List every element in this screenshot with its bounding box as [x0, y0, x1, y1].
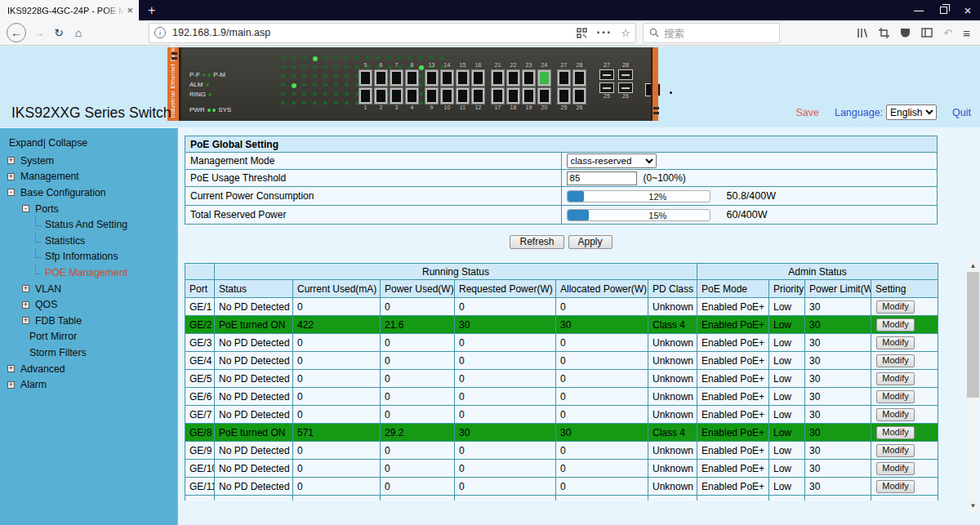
browser-tab[interactable]: IKS9228G-4GC-24P - POE Manag × [0, 0, 139, 20]
content-scrollbar[interactable]: ▲ ▼ [967, 260, 979, 512]
library-icon[interactable] [857, 28, 868, 38]
page-actions-icon[interactable]: ··· [596, 25, 612, 40]
apply-button[interactable]: Apply [568, 235, 612, 249]
sidebar-item-status-and-setting[interactable]: Status And Setting [0, 216, 177, 233]
url-text[interactable]: 192.168.1.9/main.asp [172, 27, 577, 38]
sidebar-item-system[interactable]: +System [0, 153, 177, 169]
close-button[interactable]: × [956, 0, 980, 20]
modify-button-ge-10[interactable]: Modify [876, 462, 915, 475]
modify-button-ge-1[interactable]: Modify [876, 300, 915, 314]
content-area: PoE Global Setting Management Mode class… [179, 128, 980, 525]
modify-button-ge-2[interactable]: Modify [876, 318, 915, 331]
modify-button-ge-11[interactable]: Modify [876, 480, 915, 493]
sidebars-icon[interactable] [921, 28, 933, 38]
collapse-toggle-icon[interactable]: - [22, 205, 29, 212]
expand-collapse-control[interactable]: Expand| Collapse [0, 135, 177, 151]
port-cell: 0 [455, 334, 556, 352]
minimize-button[interactable]: — [906, 0, 931, 20]
reload-button[interactable]: ↻ [49, 26, 69, 39]
browser-titlebar: IKS9228G-4GC-24P - POE Manag × + — × [0, 0, 980, 20]
sidebar-item-sfp-informations[interactable]: Sfp Informations [0, 249, 177, 265]
url-bar[interactable]: i 192.168.1.9/main.asp ··· ☆ [149, 23, 636, 43]
bookmark-star-icon[interactable]: ☆ [621, 27, 630, 39]
scroll-down-icon[interactable]: ▼ [967, 500, 979, 512]
expand-toggle-icon[interactable]: + [7, 365, 15, 372]
modify-button-ge-8[interactable]: Modify [876, 426, 915, 439]
expand-toggle-icon[interactable]: + [22, 285, 29, 292]
port-cell: 0 [293, 460, 381, 478]
sidebar-item-qos[interactable]: +QOS [0, 296, 177, 313]
scroll-up-icon[interactable]: ▲ [967, 260, 979, 272]
expand-toggle-icon[interactable]: + [22, 317, 29, 324]
sidebar-item-label: FDB Table [35, 315, 82, 327]
expand-toggle-icon[interactable]: + [7, 381, 15, 389]
management-mode-select[interactable]: class-reserved [567, 153, 657, 168]
sidebar-item-advanced[interactable]: +Advanced [0, 361, 177, 377]
search-input[interactable]: 搜索 [643, 23, 780, 43]
search-placeholder: 搜索 [664, 25, 684, 41]
port-cell: 422 [293, 316, 381, 334]
modify-button-ge-9[interactable]: Modify [876, 444, 915, 457]
pocket-icon[interactable] [900, 28, 911, 38]
sidebar-item-poe-management[interactable]: POE Management [0, 265, 177, 281]
page-header: Industrial Ethernet Switch P-F P-M ALM R… [0, 47, 980, 127]
port-cell: 0 [455, 370, 556, 388]
column-header-current-used-ma-: Current Used(mA) [293, 280, 381, 298]
save-link[interactable]: Save [795, 107, 819, 118]
port-cell: Enabled PoE+ [697, 388, 769, 406]
led-indicator [281, 92, 285, 96]
port-cell: 30 [455, 316, 556, 334]
expand-toggle-icon[interactable]: + [22, 301, 29, 309]
screenshot-icon[interactable] [879, 28, 889, 38]
restore-button[interactable] [931, 0, 956, 20]
modify-button-ge-5[interactable]: Modify [876, 372, 915, 385]
port-cell: GE/2 [185, 316, 215, 334]
modify-button-ge-4[interactable]: Modify [876, 354, 915, 367]
sidebar-item-base-configuration[interactable]: -Base Configuration [0, 185, 177, 201]
led-indicator [302, 92, 306, 96]
switch-ports: 5678123413141516910111221222324171819202… [359, 62, 672, 112]
new-tab-button[interactable]: + [139, 0, 164, 20]
refresh-button[interactable]: Refresh [510, 235, 564, 249]
home-button[interactable]: ⌂ [69, 26, 88, 39]
modify-button-ge-6[interactable]: Modify [876, 390, 915, 403]
sidebar-item-port-mirror[interactable]: Port Mirror [0, 329, 177, 345]
sidebar-item-storm-filters[interactable]: Storm Filters [0, 345, 177, 361]
sidebar-item-vlan[interactable]: +VLAN [0, 281, 177, 297]
port-cell: 0 [381, 460, 455, 478]
sidebar-item-statistics[interactable]: Statistics [0, 233, 177, 249]
qr-scan-icon[interactable] [577, 28, 587, 38]
port-cell: No PD Detected [215, 460, 293, 478]
sidebar-item-fdb-table[interactable]: +FDB Table [0, 313, 177, 329]
modify-button-ge-7[interactable]: Modify [876, 408, 915, 421]
quit-link[interactable]: Quit [952, 107, 971, 118]
led-indicator [398, 56, 402, 60]
site-info-icon[interactable]: i [154, 27, 166, 38]
forward-button[interactable]: → [29, 26, 49, 39]
sidebar-item-alarm[interactable]: +Alarm [0, 376, 177, 393]
expand-toggle-icon[interactable]: + [7, 157, 15, 164]
led-indicator [313, 92, 317, 96]
port-row-ge-10: GE/10No PD Detected0000UnknownEnabled Po… [185, 460, 938, 478]
sidebar-item-management[interactable]: +Management [0, 169, 177, 185]
menu-icon[interactable]: ≡ [963, 26, 970, 40]
port-cell: 0 [556, 406, 648, 424]
switch-led-labels: P-F P-M ALM RING PWR SYS [189, 70, 231, 115]
expand-toggle-icon[interactable]: + [7, 173, 15, 180]
poe-usage-threshold-input[interactable] [567, 171, 637, 185]
sidebar-item-ports[interactable]: -Ports [0, 201, 177, 217]
collapse-toggle-icon[interactable]: - [7, 189, 15, 196]
modify-button-ge-3[interactable]: Modify [876, 336, 915, 349]
back-button[interactable]: ← [7, 23, 26, 42]
port-row-ge-4: GE/4No PD Detected0000UnknownEnabled PoE… [185, 352, 938, 370]
scrollbar-thumb[interactable] [967, 272, 979, 398]
reset-dot [670, 91, 672, 94]
led-indicator [366, 56, 370, 60]
tab-close-icon[interactable]: × [125, 5, 135, 16]
language-select[interactable]: English [886, 105, 937, 120]
history-undo-icon[interactable]: ↶ [943, 27, 952, 39]
led-indicator [334, 92, 338, 96]
port-cell: 30 [455, 424, 556, 442]
port-cell: 0 [381, 370, 455, 388]
sfp-slot [618, 82, 633, 93]
